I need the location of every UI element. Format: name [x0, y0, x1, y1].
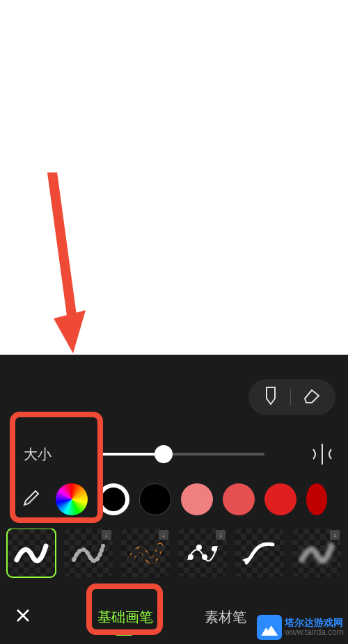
color-swatch-midred[interactable] [223, 483, 255, 515]
svg-point-5 [212, 546, 217, 552]
brush-tiger-stroke[interactable]: ↓ [121, 529, 170, 577]
watermark-title: 塔尔达游戏网 [285, 618, 344, 628]
size-label: 大小 [24, 445, 52, 464]
color-swatch-white-ring[interactable] [97, 483, 129, 515]
watermark-text: 塔尔达游戏网 www.tairda.com [285, 618, 344, 638]
watermark: 塔尔达游戏网 www.tairda.com [257, 615, 344, 640]
brush-solid-stroke[interactable] [7, 529, 56, 577]
svg-point-3 [196, 545, 202, 550]
color-wheel-icon[interactable] [56, 483, 88, 515]
svg-marker-1 [54, 310, 86, 353]
tab-basic-brush[interactable]: 基础画笔 [97, 608, 153, 627]
color-swatch-black[interactable] [139, 483, 171, 515]
size-control: 大小 [0, 430, 348, 478]
close-icon[interactable] [15, 606, 31, 628]
tool-toggle [248, 379, 335, 415]
color-swatch-red[interactable] [264, 483, 296, 515]
watermark-logo-icon [257, 615, 282, 640]
brush-list: ↓ ↓ ↓ ↓ [0, 529, 348, 580]
brush-spray-stroke[interactable]: ↓ [292, 529, 341, 577]
download-badge-icon: ↓ [216, 530, 226, 540]
eyedropper-icon[interactable] [14, 483, 46, 515]
color-swatch-darkred[interactable] [306, 483, 327, 515]
download-badge-icon: ↓ [159, 530, 168, 540]
size-slider[interactable] [97, 453, 264, 456]
symmetry-icon[interactable] [310, 442, 334, 469]
brush-dotted-stroke[interactable]: ↓ [64, 529, 113, 577]
tab-material-brush[interactable]: 素材笔 [205, 608, 246, 627]
brush-settings-panel: 大小 ↓ ↓ ↓ [0, 355, 348, 644]
color-swatch-lightred[interactable] [181, 483, 213, 515]
eraser-icon[interactable] [302, 387, 322, 407]
size-slider-thumb[interactable] [155, 445, 173, 463]
download-badge-icon: ↓ [102, 530, 111, 540]
svg-line-0 [52, 172, 73, 325]
svg-point-4 [202, 554, 207, 560]
separator [290, 389, 291, 405]
annotation-arrow [45, 172, 87, 353]
download-badge-icon: ↓ [330, 530, 340, 540]
brush-bead-stroke[interactable]: ↓ [178, 529, 227, 577]
drawing-canvas[interactable] [0, 0, 348, 355]
color-picker-row [0, 478, 348, 520]
brush-arrow-stroke[interactable] [235, 529, 284, 577]
svg-point-2 [188, 554, 193, 560]
brush-pen-icon[interactable] [262, 386, 279, 408]
watermark-url: www.tairda.com [285, 628, 344, 637]
tab-active-indicator [116, 634, 132, 636]
